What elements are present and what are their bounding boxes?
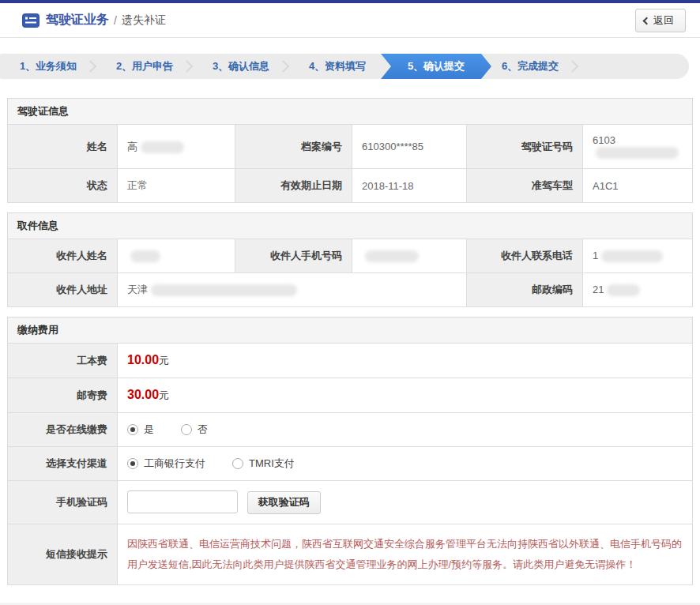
redacted-recipient-mobile	[365, 250, 419, 262]
recipient-mobile-label: 收件人手机号码	[235, 239, 352, 273]
pickup-section-title: 取件信息	[7, 212, 693, 239]
redacted-recipient-phone	[601, 250, 663, 262]
postal-code-label: 邮政编码	[467, 273, 583, 307]
production-cost-amount: 10.00	[127, 353, 159, 366]
expiry-date-value: 2018-11-18	[352, 169, 467, 203]
back-button[interactable]: 返回	[635, 9, 686, 32]
step-label: 3、确认信息	[213, 59, 269, 73]
online-payment-yes-radio[interactable]: 是	[127, 423, 154, 437]
status-label: 状态	[8, 169, 118, 203]
recipient-address-value: 天津	[118, 273, 467, 307]
step-label: 6、完成提交	[502, 59, 559, 73]
license-info-section: 驾驶证信息 姓名 高 档案编号 610300****85 驾驶证号码 6103 …	[7, 98, 693, 203]
license-form-icon	[22, 13, 40, 28]
table-row: 邮寄费 30.00元	[8, 378, 693, 413]
production-cost-label: 工本费	[8, 344, 118, 378]
tmri-payment-radio[interactable]: TMRI支付	[232, 457, 295, 471]
sms-code-field-cell: 获取验证码	[118, 481, 693, 524]
expiry-date-label: 有效期止日期	[235, 169, 352, 203]
sms-notice-text: 因陕西省联通、电信运营商技术问题，陕西省互联网交通安全综合服务管理平台无法向持陕…	[127, 534, 683, 575]
pickup-info-section: 取件信息 收件人姓名 收件人手机号码 收件人联系电话 1 收件人地址 天津 邮政…	[7, 212, 693, 307]
breadcrumb-divider: /	[114, 14, 117, 27]
table-row: 是否在线缴费 是 否	[8, 413, 693, 447]
step-4-fill-data: 4、资料填写	[289, 54, 386, 79]
name-label: 姓名	[8, 125, 118, 169]
radio-label: TMRI支付	[249, 457, 295, 471]
recipient-mobile-value	[352, 239, 467, 273]
vehicle-class-label: 准驾车型	[467, 169, 583, 203]
step-2-user-declaration: 2、用户申告	[96, 54, 193, 79]
vehicle-class-value: A1C1	[583, 169, 693, 203]
step-label: 1、业务须知	[20, 59, 77, 73]
radio-unselected-icon	[232, 458, 243, 469]
currency-unit: 元	[159, 355, 169, 366]
steps-filler	[578, 54, 689, 79]
status-value: 正常	[118, 169, 235, 203]
recipient-phone-label: 收件人联系电话	[467, 239, 583, 273]
chevron-left-icon	[643, 17, 651, 24]
step-1-business-notice: 1、业务须知	[0, 54, 96, 79]
online-payment-no-radio[interactable]: 否	[181, 423, 208, 437]
radio-label: 工商银行支付	[144, 457, 205, 471]
payment-channel-label: 选择支付渠道	[8, 447, 118, 481]
postage-fee-amount: 30.00	[127, 388, 159, 401]
step-5-confirm-submit-active: 5、确认提交	[381, 54, 491, 79]
radio-label: 否	[198, 423, 208, 437]
sms-code-input[interactable]	[127, 490, 238, 513]
online-payment-options: 是 否	[118, 413, 693, 447]
file-number-value: 610300****85	[352, 125, 467, 169]
redacted-postal-code	[607, 284, 640, 296]
license-number-value: 6103	[583, 125, 693, 169]
production-cost-value: 10.00元	[118, 344, 693, 378]
get-sms-code-button[interactable]: 获取验证码	[247, 491, 321, 514]
postage-fee-value: 30.00元	[118, 378, 693, 413]
table-row: 工本费 10.00元	[8, 344, 693, 378]
postage-fee-label: 邮寄费	[8, 378, 118, 413]
icbc-payment-radio[interactable]: 工商银行支付	[127, 457, 205, 471]
radio-selected-icon	[127, 458, 138, 469]
recipient-address-label: 收件人地址	[8, 273, 118, 307]
online-payment-radio-group: 是 否	[127, 423, 683, 437]
table-row: 姓名 高 档案编号 610300****85 驾驶证号码 6103	[8, 125, 693, 169]
license-info-table: 姓名 高 档案编号 610300****85 驾驶证号码 6103 状态 正常 …	[7, 124, 693, 203]
license-number-label: 驾驶证号码	[467, 125, 583, 169]
fees-section: 缴纳费用 工本费 10.00元 邮寄费 30.00元 是否在线缴费	[7, 317, 693, 585]
file-number-label: 档案编号	[235, 125, 352, 169]
redacted-recipient-name	[130, 250, 160, 262]
main-content: 驾驶证信息 姓名 高 档案编号 610300****85 驾驶证号码 6103 …	[0, 79, 700, 585]
back-button-label: 返回	[653, 13, 674, 28]
table-row: 收件人地址 天津 邮政编码 21	[8, 273, 693, 307]
payment-channel-radio-group: 工商银行支付 TMRI支付	[127, 457, 683, 471]
currency-unit: 元	[159, 389, 169, 401]
radio-selected-icon	[127, 424, 138, 435]
step-label: 4、资料填写	[309, 59, 366, 73]
fees-table: 工本费 10.00元 邮寄费 30.00元 是否在线缴费 是	[7, 343, 693, 585]
postal-code-value: 21	[583, 273, 693, 307]
redacted-recipient-address	[151, 284, 297, 296]
table-row: 收件人姓名 收件人手机号码 收件人联系电话 1	[8, 239, 693, 273]
name-value: 高	[118, 125, 235, 169]
table-row: 状态 正常 有效期止日期 2018-11-18 准驾车型 A1C1	[8, 169, 693, 203]
fees-section-title: 缴纳费用	[7, 317, 693, 344]
step-6-complete-submit: 6、完成提交	[482, 54, 578, 79]
sms-notice-label: 短信接收提示	[8, 524, 118, 584]
recipient-name-label: 收件人姓名	[8, 239, 118, 273]
online-payment-label: 是否在线缴费	[8, 413, 118, 447]
redacted-license-number	[596, 147, 679, 159]
step-3-confirm-info: 3、确认信息	[193, 54, 289, 79]
wizard-steps: 1、业务须知 2、用户申告 3、确认信息 4、资料填写 5、确认提交 6、完成提…	[0, 54, 689, 79]
page-title: 驾驶证业务	[46, 12, 109, 28]
license-section-title: 驾驶证信息	[7, 98, 693, 125]
sms-notice-cell: 因陕西省联通、电信运营商技术问题，陕西省互联网交通安全综合服务管理平台无法向持陕…	[118, 524, 693, 584]
sms-code-label: 手机验证码	[8, 481, 118, 524]
payment-channel-options: 工商银行支付 TMRI支付	[118, 447, 693, 481]
radio-label: 是	[144, 423, 154, 437]
breadcrumb-current: 遗失补证	[122, 13, 166, 28]
radio-unselected-icon	[181, 424, 192, 435]
table-row: 选择支付渠道 工商银行支付 TMRI支付	[8, 447, 693, 481]
table-row: 手机验证码 获取验证码	[8, 481, 693, 524]
redacted-name	[141, 141, 184, 153]
recipient-name-value	[118, 239, 235, 273]
table-row: 短信接收提示 因陕西省联通、电信运营商技术问题，陕西省互联网交通安全综合服务管理…	[8, 524, 693, 584]
page-header: 驾驶证业务 / 遗失补证 返回	[0, 3, 700, 38]
